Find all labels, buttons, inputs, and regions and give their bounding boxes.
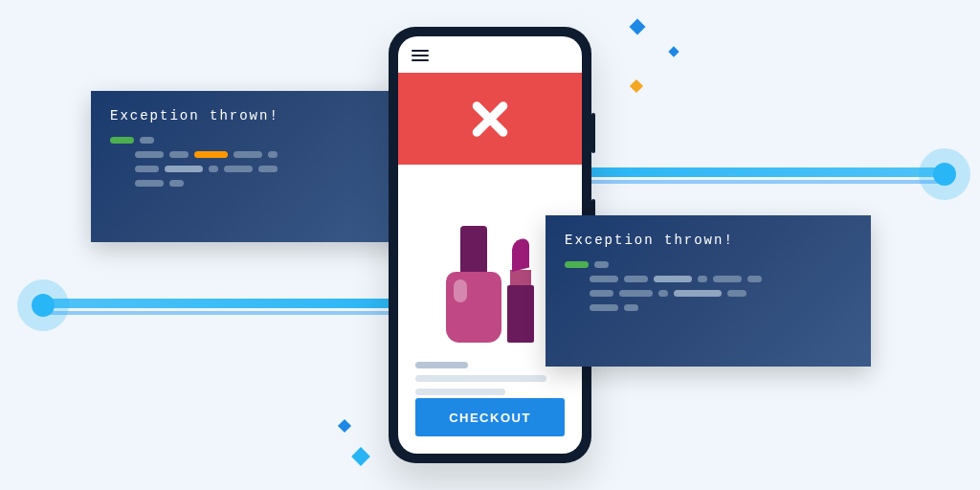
- code-line: [110, 180, 392, 187]
- signal-bar-right-shadow: [574, 180, 947, 184]
- exception-panel-right: Exception thrown!: [546, 215, 871, 367]
- checkout-button[interactable]: CHECKOUT: [415, 398, 565, 436]
- diamond-icon: [668, 46, 679, 56]
- diamond-icon: [351, 447, 370, 466]
- code-line: [110, 166, 392, 172]
- diamond-icon: [630, 19, 646, 35]
- close-icon: [470, 99, 510, 139]
- code-line: [110, 137, 392, 144]
- product-image: [415, 180, 565, 343]
- code-line: [565, 290, 852, 297]
- code-line: [110, 151, 392, 158]
- error-banner: [398, 73, 582, 165]
- pulse-node-right-core: [933, 163, 956, 186]
- lipstick-icon: [507, 241, 534, 343]
- signal-bar-right: [574, 167, 947, 177]
- diamond-icon: [630, 79, 643, 93]
- code-line: [565, 276, 852, 282]
- signal-bar-left: [38, 299, 421, 308]
- code-line: [565, 304, 852, 311]
- exception-panel-left: Exception thrown!: [91, 91, 412, 242]
- exception-title: Exception thrown!: [565, 233, 852, 248]
- product-description-placeholder: [415, 362, 565, 402]
- pulse-node-left-core: [32, 294, 55, 317]
- hamburger-icon[interactable]: [412, 50, 429, 61]
- nail-polish-icon: [446, 226, 501, 343]
- exception-title: Exception thrown!: [110, 108, 392, 123]
- signal-bar-left-shadow: [38, 311, 421, 315]
- diamond-icon: [338, 419, 351, 433]
- code-line: [565, 261, 852, 268]
